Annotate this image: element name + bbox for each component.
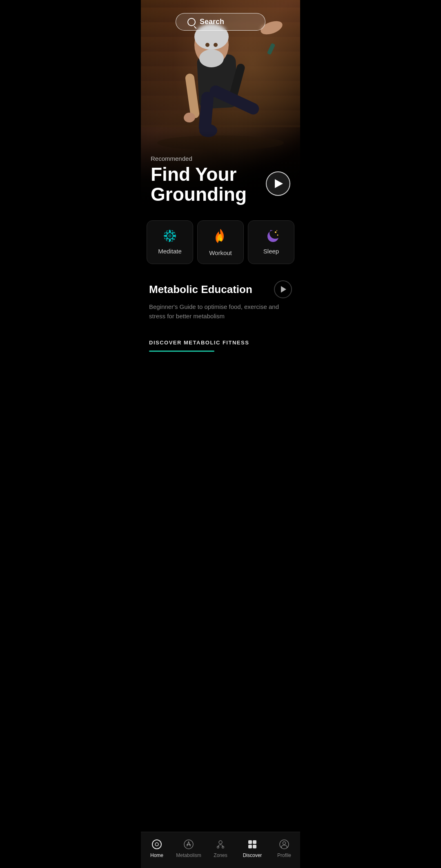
svg-point-19	[165, 235, 167, 237]
play-button[interactable]	[266, 171, 290, 196]
discover-underline	[149, 351, 214, 352]
metabolic-title: Metabolic Education	[149, 283, 252, 296]
discover-icon	[247, 839, 258, 850]
nav-item-discover[interactable]: Discover	[236, 837, 268, 860]
nav-label-home: Home	[150, 852, 163, 858]
discover-metabolic-section: DISCOVER METABOLIC FITNESS	[141, 327, 300, 358]
bottom-nav: Home Metabolism Zones	[141, 832, 300, 868]
nav-item-profile[interactable]: Profile	[268, 837, 300, 860]
metabolic-next-button[interactable]	[274, 280, 292, 298]
svg-point-31	[155, 843, 158, 846]
svg-point-7	[199, 49, 224, 67]
chevron-right-icon	[281, 286, 286, 293]
svg-point-41	[283, 842, 286, 845]
profile-icon	[278, 839, 290, 850]
metabolic-description: Beginner's Guide to optimise food, exerc…	[149, 302, 292, 321]
svg-rect-36	[248, 840, 252, 844]
hero-section: Search Recommended Find Your Grounding	[141, 0, 300, 212]
search-label: Search	[200, 18, 224, 26]
svg-point-24	[166, 238, 168, 240]
svg-rect-37	[253, 840, 256, 844]
svg-point-22	[172, 238, 174, 240]
zones-icon	[215, 839, 226, 850]
sleep-label: Sleep	[263, 248, 279, 255]
svg-point-9	[214, 43, 218, 47]
metabolic-section: Metabolic Education Beginner's Guide to …	[141, 272, 300, 327]
nav-item-home[interactable]: Home	[141, 837, 173, 860]
discover-section-title: DISCOVER METABOLIC FITNESS	[149, 340, 292, 346]
meditate-icon	[162, 228, 178, 244]
sleep-button[interactable]: Sleep	[248, 220, 294, 264]
svg-rect-39	[253, 845, 256, 848]
metabolism-icon	[183, 839, 194, 850]
svg-point-30	[152, 840, 161, 849]
hero-text-block: Recommended Find Your Grounding	[151, 155, 290, 204]
nav-label-profile: Profile	[277, 852, 291, 858]
svg-point-27	[275, 231, 276, 233]
sleep-icon	[263, 228, 279, 244]
recommended-label: Recommended	[151, 155, 290, 162]
svg-point-18	[169, 240, 171, 242]
workout-button[interactable]: Workout	[197, 220, 244, 264]
svg-rect-1	[185, 73, 200, 119]
svg-point-20	[174, 235, 176, 237]
workout-icon	[213, 228, 228, 245]
svg-point-26	[219, 238, 222, 241]
svg-point-25	[168, 234, 172, 238]
search-bar[interactable]: Search	[176, 13, 265, 31]
svg-point-23	[172, 232, 174, 234]
svg-point-28	[277, 235, 278, 236]
nav-item-metabolism[interactable]: Metabolism	[173, 837, 205, 860]
nav-label-discover: Discover	[243, 852, 262, 858]
nav-item-zones[interactable]: Zones	[205, 837, 236, 860]
search-icon	[187, 18, 196, 26]
play-icon	[275, 179, 283, 188]
metabolic-header: Metabolic Education	[149, 280, 292, 298]
workout-label: Workout	[209, 249, 232, 256]
meditate-button[interactable]: Meditate	[147, 220, 193, 264]
svg-point-17	[169, 231, 171, 233]
svg-point-33	[219, 841, 222, 844]
svg-rect-38	[248, 845, 252, 848]
svg-rect-14	[267, 43, 276, 55]
home-icon	[151, 839, 163, 850]
svg-point-21	[166, 232, 168, 234]
svg-point-29	[276, 230, 277, 231]
nav-label-metabolism: Metabolism	[176, 852, 201, 858]
svg-point-8	[205, 43, 209, 47]
nav-label-zones: Zones	[214, 852, 227, 858]
categories-section: Meditate Workout Sleep	[141, 212, 300, 272]
meditate-label: Meditate	[158, 248, 182, 255]
